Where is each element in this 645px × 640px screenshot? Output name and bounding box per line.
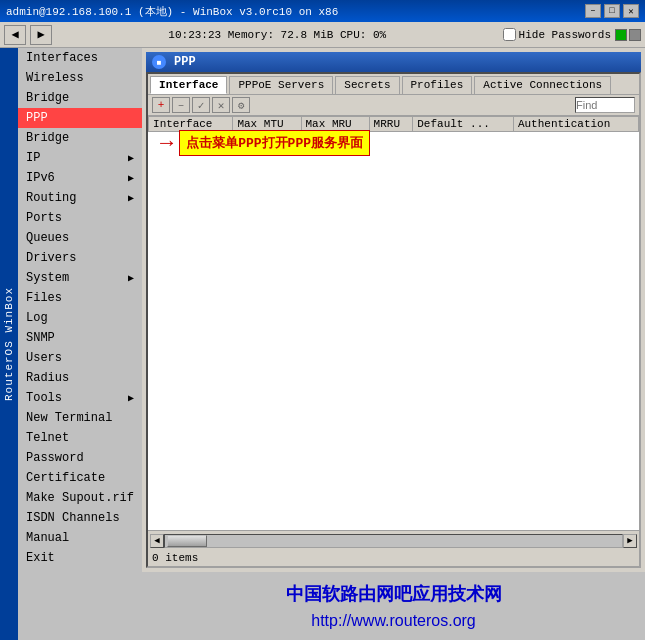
sidebar-item-new-terminal[interactable]: New Terminal bbox=[18, 408, 142, 428]
sidebar-arrow-ip: ▶ bbox=[128, 152, 134, 164]
sidebar: RouterOS WinBox InterfacesWirelessBridge… bbox=[0, 48, 142, 640]
col-header: Max MRU bbox=[301, 117, 369, 132]
titlebar: admin@192.168.100.1 (本地) - WinBox v3.0rc… bbox=[0, 0, 645, 22]
minimize-button[interactable]: – bbox=[585, 4, 601, 18]
sidebar-item-bridge2[interactable]: Bridge bbox=[18, 128, 142, 148]
h-scrollbar[interactable] bbox=[164, 534, 623, 548]
sidebar-label-log: Log bbox=[26, 311, 48, 325]
col-header: MRRU bbox=[369, 117, 413, 132]
settings-button[interactable]: ⚙ bbox=[232, 97, 250, 113]
sidebar-items: InterfacesWirelessBridgePPPBridgeIP▶IPv6… bbox=[18, 48, 142, 640]
sidebar-item-queues[interactable]: Queues bbox=[18, 228, 142, 248]
maximize-button[interactable]: □ bbox=[604, 4, 620, 18]
sidebar-item-interfaces[interactable]: Interfaces bbox=[18, 48, 142, 68]
sidebar-arrow-tools: ▶ bbox=[128, 392, 134, 404]
sidebar-label-queues: Queues bbox=[26, 231, 69, 245]
sidebar-label-make-supout: Make Supout.rif bbox=[26, 491, 134, 505]
sidebar-item-password[interactable]: Password bbox=[18, 448, 142, 468]
status-bar: 10:23:23 Memory: 72.8 MiB CPU: 0% bbox=[56, 29, 499, 41]
sidebar-item-bridge[interactable]: Bridge bbox=[18, 88, 142, 108]
sidebar-label-ports: Ports bbox=[26, 211, 62, 225]
ppp-window-icon: ■ bbox=[152, 55, 166, 69]
forward-button[interactable]: ▶ bbox=[30, 25, 52, 45]
tab-interface[interactable]: Interface bbox=[150, 76, 227, 94]
find-input[interactable] bbox=[575, 97, 635, 113]
status-light-grey bbox=[629, 29, 641, 41]
remove-button[interactable]: – bbox=[172, 97, 190, 113]
tab-secrets[interactable]: Secrets bbox=[335, 76, 399, 94]
content-area: → 点击菜单PPP打开PPP服务界面 ■ PPP InterfacePPPoE … bbox=[142, 48, 645, 640]
sidebar-label-drivers: Drivers bbox=[26, 251, 76, 265]
sidebar-item-telnet[interactable]: Telnet bbox=[18, 428, 142, 448]
chinese-title: 中国软路由网吧应用技术网 bbox=[152, 582, 635, 606]
scroll-left-button[interactable]: ◀ bbox=[150, 534, 164, 548]
sidebar-label-interfaces: Interfaces bbox=[26, 51, 98, 65]
ppp-titlebar: ■ PPP bbox=[146, 52, 641, 72]
sidebar-label-radius: Radius bbox=[26, 371, 69, 385]
sidebar-item-tools[interactable]: Tools▶ bbox=[18, 388, 142, 408]
hide-passwords-area: Hide Passwords bbox=[503, 28, 611, 41]
sidebar-item-certificate[interactable]: Certificate bbox=[18, 468, 142, 488]
ppp-window-title: PPP bbox=[174, 55, 196, 69]
sidebar-item-system[interactable]: System▶ bbox=[18, 268, 142, 288]
sidebar-label-exit: Exit bbox=[26, 551, 55, 565]
sidebar-label-manual: Manual bbox=[26, 531, 69, 545]
sidebar-arrow-system: ▶ bbox=[128, 272, 134, 284]
col-header: Authentication bbox=[513, 117, 638, 132]
sidebar-item-exit[interactable]: Exit bbox=[18, 548, 142, 568]
tab-active-connections[interactable]: Active Connections bbox=[474, 76, 611, 94]
back-button[interactable]: ◀ bbox=[4, 25, 26, 45]
sidebar-label-files: Files bbox=[26, 291, 62, 305]
sidebar-label-certificate: Certificate bbox=[26, 471, 105, 485]
sidebar-item-ipv6[interactable]: IPv6▶ bbox=[18, 168, 142, 188]
sidebar-item-files[interactable]: Files bbox=[18, 288, 142, 308]
sidebar-label-users: Users bbox=[26, 351, 62, 365]
bottom-area: 中国软路由网吧应用技术网 http://www.routeros.org bbox=[142, 572, 645, 640]
sidebar-label-isdn: ISDN Channels bbox=[26, 511, 120, 525]
tab-pppoe-servers[interactable]: PPPoE Servers bbox=[229, 76, 333, 94]
sidebar-item-make-supout[interactable]: Make Supout.rif bbox=[18, 488, 142, 508]
ppp-content: InterfacePPPoE ServersSecretsProfilesAct… bbox=[146, 72, 641, 568]
scroll-right-button[interactable]: ▶ bbox=[623, 534, 637, 548]
sidebar-arrow-ipv6: ▶ bbox=[128, 172, 134, 184]
sidebar-label-password: Password bbox=[26, 451, 84, 465]
table-header: InterfaceMax MTUMax MRUMRRUDefault ...Au… bbox=[149, 117, 639, 132]
sidebar-item-snmp[interactable]: SNMP bbox=[18, 328, 142, 348]
ppp-window: ■ PPP InterfacePPPoE ServersSecretsProfi… bbox=[142, 48, 645, 572]
sidebar-item-radius[interactable]: Radius bbox=[18, 368, 142, 388]
tab-profiles[interactable]: Profiles bbox=[402, 76, 473, 94]
sidebar-label-system: System bbox=[26, 271, 69, 285]
sidebar-label-ipv6: IPv6 bbox=[26, 171, 55, 185]
sidebar-item-users[interactable]: Users bbox=[18, 348, 142, 368]
col-header: Default ... bbox=[413, 117, 514, 132]
scroll-area: ◀ ▶ bbox=[148, 530, 639, 550]
website-url: http://www.routeros.org bbox=[152, 612, 635, 630]
ppp-inner-toolbar: + – ✓ ✕ ⚙ bbox=[148, 95, 639, 116]
sidebar-item-ports[interactable]: Ports bbox=[18, 208, 142, 228]
main-layout: RouterOS WinBox InterfacesWirelessBridge… bbox=[0, 48, 645, 640]
titlebar-title: admin@192.168.100.1 (本地) - WinBox v3.0rc… bbox=[6, 4, 338, 19]
side-label: RouterOS WinBox bbox=[0, 48, 18, 640]
scroll-thumb[interactable] bbox=[167, 535, 207, 547]
sidebar-label-bridge2: Bridge bbox=[26, 131, 69, 145]
sidebar-item-log[interactable]: Log bbox=[18, 308, 142, 328]
sidebar-item-wireless[interactable]: Wireless bbox=[18, 68, 142, 88]
cross-button[interactable]: ✕ bbox=[212, 97, 230, 113]
sidebar-item-isdn[interactable]: ISDN Channels bbox=[18, 508, 142, 528]
sidebar-item-ppp[interactable]: PPP bbox=[18, 108, 142, 128]
hide-passwords-checkbox[interactable] bbox=[503, 28, 516, 41]
hide-passwords-label: Hide Passwords bbox=[519, 29, 611, 41]
titlebar-controls: – □ ✕ bbox=[585, 4, 639, 18]
sidebar-item-drivers[interactable]: Drivers bbox=[18, 248, 142, 268]
add-button[interactable]: + bbox=[152, 97, 170, 113]
sidebar-item-manual[interactable]: Manual bbox=[18, 528, 142, 548]
table-header-row: InterfaceMax MTUMax MRUMRRUDefault ...Au… bbox=[149, 117, 639, 132]
close-button[interactable]: ✕ bbox=[623, 4, 639, 18]
sidebar-item-ip[interactable]: IP▶ bbox=[18, 148, 142, 168]
col-header: Max MTU bbox=[233, 117, 301, 132]
col-header: Interface bbox=[149, 117, 233, 132]
check-button[interactable]: ✓ bbox=[192, 97, 210, 113]
sidebar-item-routing[interactable]: Routing▶ bbox=[18, 188, 142, 208]
sidebar-label-wireless: Wireless bbox=[26, 71, 84, 85]
sidebar-label-bridge: Bridge bbox=[26, 91, 69, 105]
